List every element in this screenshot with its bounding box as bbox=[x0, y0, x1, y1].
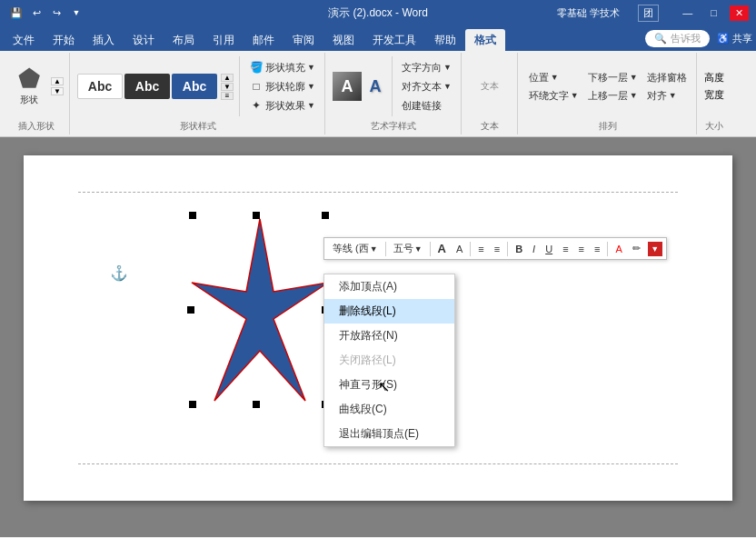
save-button[interactable]: 💾 bbox=[7, 4, 25, 22]
shape-svg bbox=[187, 210, 333, 410]
ctx-straight-curve[interactable]: 神直弓形(S) bbox=[324, 373, 454, 397]
increase-font-button[interactable]: A bbox=[433, 240, 451, 257]
wordart-content: A A 文字方向 ▼ 对齐文本 ▼ 创建链接 bbox=[333, 55, 455, 118]
text-align-button[interactable]: 对齐文本 ▼ bbox=[398, 78, 455, 95]
align-center-button[interactable]: ≡ bbox=[574, 242, 589, 256]
customize-qa-button[interactable]: ▼ bbox=[67, 4, 85, 22]
shape-outline-button[interactable]: □ 形状轮廓 ▼ bbox=[245, 78, 319, 95]
tab-help[interactable]: 帮助 bbox=[425, 29, 465, 51]
ctx-delete-segment[interactable]: 删除线段(L) bbox=[324, 299, 454, 324]
style-scroll-more[interactable]: ≡ bbox=[221, 92, 234, 100]
underline-button[interactable]: U bbox=[541, 242, 557, 256]
handle-tr bbox=[322, 212, 329, 219]
tab-view[interactable]: 视图 bbox=[323, 29, 363, 51]
tab-file[interactable]: 文件 bbox=[4, 29, 44, 51]
effects-dropdown[interactable]: ▼ bbox=[307, 101, 315, 110]
share-button[interactable]: ♿ 共享 bbox=[717, 32, 752, 45]
tab-mailing[interactable]: 邮件 bbox=[244, 29, 284, 51]
highlight-button[interactable]: ✏ bbox=[628, 241, 645, 256]
minimize-button[interactable]: — bbox=[677, 5, 698, 20]
text-placeholder: 文本 bbox=[481, 80, 499, 93]
maximize-button[interactable]: □ bbox=[705, 5, 722, 20]
redo-button[interactable]: ↪ bbox=[47, 4, 65, 22]
decrease-font-button[interactable]: A bbox=[452, 242, 467, 256]
style-scroll-down[interactable]: ▼ bbox=[221, 83, 234, 91]
shape-effects-button[interactable]: ✦ 形状效果 ▼ bbox=[245, 97, 319, 115]
italic-button[interactable]: I bbox=[528, 242, 540, 256]
tab-start[interactable]: 开始 bbox=[44, 29, 84, 51]
insert-shape-button[interactable]: ⬟ 形状 bbox=[9, 63, 49, 110]
bold-button[interactable]: B bbox=[511, 242, 527, 256]
size-inputs: 高度 宽度 bbox=[704, 71, 724, 102]
style-sample-2[interactable]: Abc bbox=[124, 74, 170, 99]
align-label: 对齐 bbox=[647, 89, 667, 103]
ctx-open-path[interactable]: 开放路径(N) bbox=[324, 324, 454, 348]
scroll-down[interactable]: ▼ bbox=[51, 87, 64, 95]
shape-fill-button[interactable]: 🪣 形状填充 ▼ bbox=[245, 59, 319, 76]
fill-dropdown[interactable]: ▼ bbox=[307, 63, 315, 72]
close-button[interactable]: ✕ bbox=[730, 5, 749, 21]
wordart-sample-a[interactable]: A bbox=[333, 72, 362, 101]
toolbar-divider-2 bbox=[430, 242, 431, 256]
text-direction-dropdown[interactable]: ▼ bbox=[443, 63, 452, 72]
indent-button[interactable]: ≡ bbox=[473, 242, 488, 256]
help-link[interactable]: 零基础 学技术 bbox=[557, 6, 620, 20]
tab-developer[interactable]: 开发工具 bbox=[363, 29, 425, 51]
font-name-dropdown[interactable]: ▼ bbox=[370, 244, 378, 254]
group-insert-shape: ⬟ 形状 ▲ ▼ 插入形状 bbox=[4, 53, 70, 134]
outdent-button[interactable]: ≡ bbox=[490, 242, 504, 256]
font-color-button[interactable]: A bbox=[611, 242, 626, 256]
fill-label: 形状填充 bbox=[265, 61, 305, 75]
bring-forward-dropdown[interactable]: ▼ bbox=[630, 91, 638, 100]
font-name-selector[interactable]: 等线 (西 ▼ bbox=[328, 240, 383, 257]
position-dropdown[interactable]: ▼ bbox=[551, 73, 559, 82]
undo-button[interactable]: ↩ bbox=[27, 4, 45, 22]
document-area: ⚓ 等线 (西 ▼ bbox=[0, 137, 756, 537]
selection-pane-button[interactable]: 选择窗格 bbox=[643, 69, 691, 86]
outline-dropdown[interactable]: ▼ bbox=[307, 82, 315, 91]
tab-references[interactable]: 引用 bbox=[204, 29, 244, 51]
ribbon-content: ⬟ 形状 ▲ ▼ 插入形状 Abc Abc Abc ▲ ▼ ≡ bbox=[0, 51, 756, 137]
font-size-dropdown[interactable]: ▼ bbox=[414, 244, 423, 254]
align-right-button[interactable]: ≡ bbox=[590, 242, 604, 256]
wrap-dropdown[interactable]: ▼ bbox=[571, 91, 579, 100]
ctx-curved-segment[interactable]: 曲线段(C) bbox=[324, 397, 454, 422]
align-left-button[interactable]: ≡ bbox=[558, 242, 572, 256]
send-back-dropdown[interactable]: ▼ bbox=[630, 73, 638, 82]
align-dropdown[interactable]: ▼ bbox=[669, 91, 677, 100]
shape-label: 形状 bbox=[20, 94, 38, 106]
style-scroll-up[interactable]: ▲ bbox=[221, 74, 234, 82]
style-sample-1[interactable]: Abc bbox=[77, 74, 123, 99]
group-label-shape-styles: 形状样式 bbox=[77, 120, 319, 133]
text-direction-button[interactable]: 文字方向 ▼ bbox=[398, 59, 455, 76]
bring-forward-button[interactable]: 上移一层 ▼ bbox=[584, 87, 642, 105]
layout-button[interactable]: 团 bbox=[638, 5, 659, 22]
ctx-add-vertex[interactable]: 添加顶点(A) bbox=[324, 274, 454, 299]
shape-container[interactable] bbox=[187, 210, 333, 392]
width-label: 宽度 bbox=[704, 88, 724, 102]
tab-review[interactable]: 审阅 bbox=[284, 29, 323, 51]
tab-design[interactable]: 设计 bbox=[124, 29, 164, 51]
font-size-selector[interactable]: 五号 ▼ bbox=[389, 240, 427, 257]
style-sample-3[interactable]: Abc bbox=[172, 74, 217, 99]
tab-format[interactable]: 格式 bbox=[465, 29, 505, 51]
ctx-exit-edit[interactable]: 退出编辑顶点(E) bbox=[324, 422, 454, 446]
wordart-samples: A A bbox=[333, 72, 386, 101]
text-align-dropdown[interactable]: ▼ bbox=[443, 82, 452, 91]
handle-bl bbox=[189, 401, 196, 408]
shape-format-buttons: 🪣 形状填充 ▼ □ 形状轮廓 ▼ ✦ 形状效果 ▼ bbox=[245, 59, 319, 115]
tab-insert[interactable]: 插入 bbox=[84, 29, 124, 51]
tab-layout[interactable]: 布局 bbox=[164, 29, 204, 51]
wrap-text-button[interactable]: 环绕文字 ▼ bbox=[525, 87, 582, 105]
align-button[interactable]: 对齐 ▼ bbox=[643, 87, 691, 105]
wordart-sample-a2[interactable]: A bbox=[364, 75, 386, 97]
send-back-button[interactable]: 下移一层 ▼ bbox=[584, 69, 642, 86]
effects-icon: ✦ bbox=[249, 99, 264, 112]
arrange-content: 位置 ▼ 环绕文字 ▼ 下移一层 ▼ 上移一层 ▼ bbox=[525, 55, 691, 118]
insert-shape-content: ⬟ 形状 ▲ ▼ bbox=[9, 55, 64, 118]
position-button[interactable]: 位置 ▼ bbox=[525, 69, 582, 86]
create-link-button[interactable]: 创建链接 bbox=[398, 97, 455, 115]
search-box[interactable]: 🔍 告诉我 bbox=[645, 30, 710, 47]
title-bar: 💾 ↩ ↪ ▼ 演示 (2).docx - Word 零基础 学技术 团 — □… bbox=[0, 0, 756, 25]
scroll-up[interactable]: ▲ bbox=[51, 77, 64, 85]
